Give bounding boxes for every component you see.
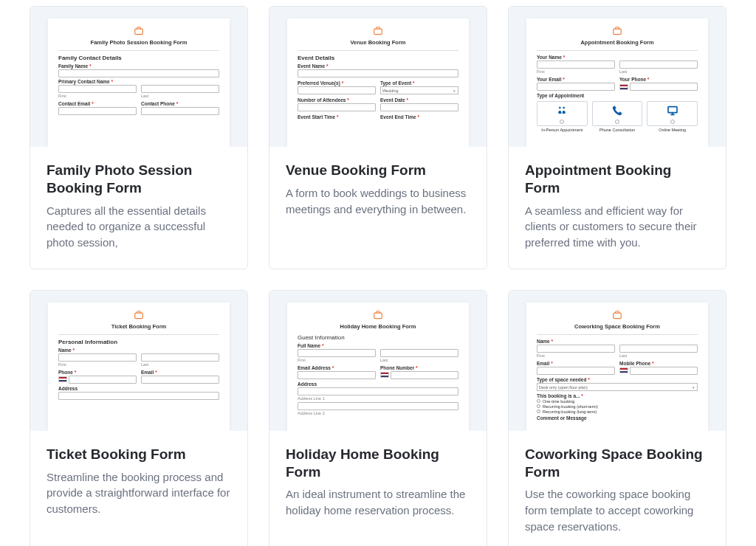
template-card-holiday-home[interactable]: Holiday Home Booking Form Guest Informat… [269, 290, 487, 546]
briefcase-icon [58, 26, 219, 36]
card-description: Use the coworking space booking form tem… [525, 486, 709, 534]
template-card-appointment[interactable]: Appointment Booking Form Your Name * Fir… [508, 6, 726, 269]
form-preview: Ticket Booking Form Personal Information… [48, 303, 230, 431]
card-description: A seamless and efficient way for clients… [525, 203, 709, 251]
form-section-heading: Family Contact Details [58, 55, 219, 61]
form-section-heading: Event Details [298, 55, 458, 61]
form-preview-title: Family Photo Session Booking Form [58, 39, 219, 46]
card-thumbnail: Holiday Home Booking Form Guest Informat… [269, 291, 487, 431]
briefcase-icon [298, 26, 458, 36]
card-body: Appointment Booking Form A seamless and … [509, 147, 726, 269]
card-title: Venue Booking Form [286, 162, 470, 179]
card-title: Family Photo Session Booking Form [47, 162, 231, 197]
card-thumbnail: Family Photo Session Booking Form Family… [30, 7, 247, 147]
card-body: Venue Booking Form A form to book weddin… [269, 147, 487, 269]
card-body: Holiday Home Booking Form An ideal instr… [269, 431, 487, 546]
template-card-coworking[interactable]: Coworking Space Booking Form Name * Firs… [508, 290, 726, 546]
svg-rect-0 [135, 29, 143, 35]
card-description: A form to book weddings to business meet… [286, 185, 470, 218]
form-preview-title: Venue Booking Form [298, 39, 458, 46]
briefcase-icon [537, 310, 698, 320]
card-description: Streamline the booking process and provi… [47, 469, 231, 517]
form-preview-title: Coworking Space Booking Form [537, 323, 698, 330]
template-card-ticket[interactable]: Ticket Booking Form Personal Information… [30, 290, 248, 546]
appt-type-online [647, 101, 698, 126]
card-thumbnail: Coworking Space Booking Form Name * Firs… [509, 291, 726, 431]
svg-rect-2 [614, 29, 622, 35]
form-preview: Family Photo Session Booking Form Family… [48, 18, 230, 147]
form-preview: Appointment Booking Form Your Name * Fir… [526, 18, 708, 147]
briefcase-icon [58, 310, 219, 320]
form-section-heading: Personal Information [58, 339, 219, 345]
card-title: Holiday Home Booking Form [286, 446, 470, 481]
card-body: Family Photo Session Booking Form Captur… [30, 147, 247, 269]
briefcase-icon [537, 26, 698, 36]
form-preview: Venue Booking Form Event Details Event N… [287, 18, 469, 147]
form-preview-title: Holiday Home Booking Form [298, 323, 458, 330]
svg-rect-1 [374, 29, 382, 35]
svg-point-4 [563, 107, 566, 109]
appt-type-in-person [537, 101, 588, 126]
card-thumbnail: Venue Booking Form Event Details Event N… [269, 7, 487, 147]
appt-type-phone [592, 101, 643, 126]
card-title: Ticket Booking Form [47, 446, 231, 463]
briefcase-icon [298, 310, 458, 320]
form-preview: Coworking Space Booking Form Name * Firs… [526, 303, 708, 431]
card-title: Coworking Space Booking Form [525, 446, 709, 481]
card-title: Appointment Booking Form [525, 162, 709, 197]
field-label: Primary Contact Name * [58, 79, 219, 84]
card-thumbnail: Appointment Booking Form Your Name * Fir… [509, 7, 726, 147]
template-grid: Family Photo Session Booking Form Family… [30, 6, 726, 546]
card-body: Coworking Space Booking Form Use the cow… [509, 431, 726, 546]
svg-rect-7 [374, 313, 382, 319]
card-description: Captures all the essential details neede… [47, 203, 231, 251]
template-card-family-photo[interactable]: Family Photo Session Booking Form Family… [30, 6, 248, 269]
svg-rect-6 [135, 313, 143, 319]
card-description: An ideal instrument to streamline the ho… [286, 486, 470, 519]
svg-rect-8 [614, 313, 622, 319]
field-label: Family Name * [58, 63, 219, 69]
form-preview-title: Ticket Booking Form [58, 323, 219, 330]
form-preview: Holiday Home Booking Form Guest Informat… [287, 303, 469, 431]
card-thumbnail: Ticket Booking Form Personal Information… [30, 291, 247, 431]
svg-rect-5 [668, 107, 677, 113]
svg-point-3 [559, 107, 561, 109]
form-section-heading: Guest Information [298, 334, 458, 341]
template-card-venue[interactable]: Venue Booking Form Event Details Event N… [269, 6, 487, 269]
card-body: Ticket Booking Form Streamline the booki… [30, 431, 247, 546]
form-preview-title: Appointment Booking Form [537, 39, 698, 46]
